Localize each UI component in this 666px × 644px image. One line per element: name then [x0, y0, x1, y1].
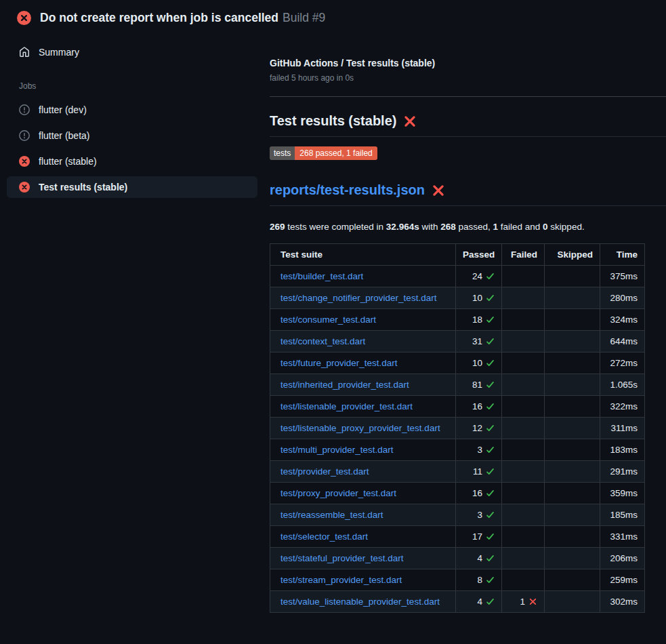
time-cell: 183ms: [600, 439, 645, 461]
test-suite-link[interactable]: test/reassemble_test.dart: [280, 510, 383, 520]
failed-cell: [502, 548, 545, 569]
column-header-test-suite: Test suite: [270, 244, 456, 266]
time-cell: 331ms: [600, 526, 645, 548]
passed-cell: 81: [456, 374, 502, 396]
sidebar: Summary Jobs flutter (dev)flutter (beta)…: [0, 33, 264, 198]
time-cell: 324ms: [600, 309, 645, 331]
table-row: test/multi_provider_test.dart3183ms: [270, 439, 645, 461]
failed-cell: [502, 461, 545, 483]
skipped-cell: [545, 353, 600, 374]
test-suite-link[interactable]: test/consumer_test.dart: [280, 315, 376, 325]
failed-cell: [502, 504, 545, 526]
sidebar-item-label: Test results (stable): [39, 182, 127, 193]
failed-count: 1: [493, 222, 499, 232]
skipped-cell: [545, 548, 600, 569]
check-icon: [486, 467, 495, 476]
test-suite-link[interactable]: test/listenable_provider_test.dart: [280, 401, 413, 411]
test-suite-link[interactable]: test/stateful_provider_test.dart: [280, 553, 404, 563]
check-icon: [486, 315, 495, 324]
test-suite-cell: test/multi_provider_test.dart: [270, 439, 456, 461]
skipped-cell: [545, 526, 600, 548]
test-results-table: Test suite Passed Failed Skipped Time te…: [270, 243, 645, 613]
test-suite-cell: test/stream_provider_test.dart: [270, 569, 456, 591]
test-suite-cell: test/context_test.dart: [270, 331, 456, 353]
skipped-cell: [545, 287, 600, 309]
test-suite-link[interactable]: test/value_listenable_provider_test.dart: [280, 597, 440, 607]
passed-cell: 4: [456, 591, 502, 613]
skipped-cell: [545, 418, 600, 439]
sidebar-item-label: flutter (beta): [39, 130, 89, 141]
sidebar-item-summary[interactable]: Summary: [7, 41, 257, 63]
test-suite-link[interactable]: test/builder_test.dart: [280, 271, 363, 281]
check-icon: [486, 294, 495, 302]
main-content: GitHub Actions / Test results (stable) f…: [264, 33, 666, 613]
table-row: test/provider_test.dart11291ms: [270, 461, 645, 483]
skipped-cell: [545, 374, 600, 396]
test-suite-link[interactable]: test/context_test.dart: [280, 336, 365, 346]
total-count: 269: [270, 222, 285, 232]
breadcrumb: GitHub Actions / Test results (stable): [270, 58, 666, 68]
test-suite-link[interactable]: test/proxy_provider_test.dart: [280, 488, 396, 498]
time-cell: 311ms: [600, 418, 645, 439]
failed-cell: [502, 374, 545, 396]
x-icon: [528, 597, 537, 606]
skipped-cell: [545, 569, 600, 591]
test-suite-cell: test/proxy_provider_test.dart: [270, 483, 456, 504]
time-cell: 206ms: [600, 548, 645, 569]
report-file-heading[interactable]: reports/test-results.json: [270, 182, 666, 206]
test-suite-link[interactable]: test/provider_test.dart: [280, 466, 369, 477]
home-icon: [19, 47, 30, 58]
divider: [270, 96, 666, 97]
sidebar-item-job[interactable]: flutter (beta): [7, 125, 257, 146]
table-row: test/selector_test.dart17331ms: [270, 526, 645, 548]
test-suite-link[interactable]: test/stream_provider_test.dart: [280, 575, 402, 585]
check-icon: [486, 380, 495, 389]
test-suite-link[interactable]: test/inherited_provider_test.dart: [280, 380, 409, 390]
failed-cell: 1: [502, 591, 545, 613]
passed-cell: 31: [456, 331, 502, 353]
table-row: test/stateful_provider_test.dart4206ms: [270, 548, 645, 569]
test-suite-link[interactable]: test/multi_provider_test.dart: [280, 445, 394, 455]
time-cell: 272ms: [600, 353, 645, 374]
check-icon: [486, 424, 495, 432]
check-icon: [486, 597, 495, 606]
x-circle-failed-icon: [17, 11, 31, 25]
time-cell: 644ms: [600, 331, 645, 353]
test-suite-link[interactable]: test/future_provider_test.dart: [280, 358, 398, 368]
time-cell: 185ms: [600, 504, 645, 526]
test-suite-cell: test/selector_test.dart: [270, 526, 456, 548]
passed-cell: 8: [456, 569, 502, 591]
failed-cell: [502, 396, 545, 418]
table-row: test/value_listenable_provider_test.dart…: [270, 591, 645, 613]
skipped-cell: [545, 461, 600, 483]
check-icon: [486, 576, 495, 584]
table-row: test/stream_provider_test.dart8259ms: [270, 569, 645, 591]
passed-cell: 10: [456, 287, 502, 309]
test-suite-cell: test/reassemble_test.dart: [270, 504, 456, 526]
test-suite-cell: test/inherited_provider_test.dart: [270, 374, 456, 396]
failed-cell: [502, 418, 545, 439]
test-suite-link[interactable]: test/selector_test.dart: [280, 531, 368, 542]
sidebar-item-job[interactable]: flutter (dev): [7, 99, 257, 121]
x-circle-failed-icon: [19, 156, 30, 167]
report-file-link[interactable]: reports/test-results.json: [270, 182, 425, 198]
test-suite-link[interactable]: test/listenable_proxy_provider_test.dart: [280, 423, 440, 433]
failed-cell: [502, 526, 545, 548]
check-icon: [486, 272, 495, 281]
tests-badge: tests 268 passed, 1 failed: [270, 146, 377, 160]
build-number: Build #9: [283, 11, 325, 24]
time-cell: 322ms: [600, 396, 645, 418]
test-suite-cell: test/listenable_proxy_provider_test.dart: [270, 418, 456, 439]
skipped-cell: [545, 439, 600, 461]
sidebar-item-job[interactable]: Test results (stable): [7, 176, 257, 198]
x-circle-failed-icon: [19, 182, 30, 193]
test-suite-link[interactable]: test/change_notifier_provider_test.dart: [280, 293, 436, 303]
skipped-cell: [545, 309, 600, 331]
table-row: test/listenable_provider_test.dart16322m…: [270, 396, 645, 418]
check-icon: [486, 445, 495, 454]
passed-cell: 4: [456, 548, 502, 569]
test-suite-cell: test/future_provider_test.dart: [270, 353, 456, 374]
sidebar-item-job[interactable]: flutter (stable): [7, 150, 257, 172]
test-suite-cell: test/consumer_test.dart: [270, 309, 456, 331]
cancelled-icon: [19, 130, 30, 141]
